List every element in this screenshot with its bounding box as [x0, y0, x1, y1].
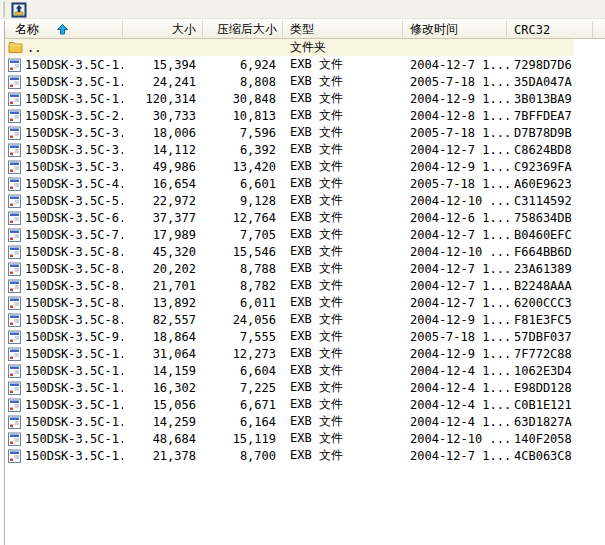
file-size: 31,064: [123, 347, 203, 361]
file-packed-size: 6,601: [203, 177, 283, 191]
file-packed-size: 9,128: [203, 194, 283, 208]
file-row[interactable]: 150DSK-3.5C-8... 45,320 15,546 EXB 文件 20…: [5, 243, 605, 260]
file-type: EXB 文件: [283, 73, 403, 90]
file-crc32: F664BB6D: [507, 245, 593, 259]
file-modified: 2005-7-18 1...: [403, 177, 507, 191]
file-row[interactable]: 150DSK-3.5C-1... 31,064 12,273 EXB 文件 20…: [5, 345, 605, 362]
toolbar-grip[interactable]: [2, 2, 5, 17]
file-size: 14,259: [123, 415, 203, 429]
file-crc32: 758634DB: [507, 211, 593, 225]
file-name: 150DSK-3.5C-3...: [25, 160, 123, 174]
exb-file-icon: [8, 177, 21, 191]
file-modified: 2004-12-4 1...: [403, 415, 507, 429]
file-row[interactable]: 150DSK-3.5C-1... 16,302 7,225 EXB 文件 200…: [5, 379, 605, 396]
column-header-name-label: 名称: [15, 21, 39, 38]
file-size: 18,864: [123, 330, 203, 344]
file-packed-size: 12,764: [203, 211, 283, 225]
file-row[interactable]: 150DSK-3.5C-1... 48,684 15,119 EXB 文件 20…: [5, 430, 605, 447]
file-type: EXB 文件: [283, 345, 403, 362]
file-modified: 2004-12-7 1...: [403, 143, 507, 157]
column-header-name[interactable]: 名称: [5, 21, 123, 38]
file-type: EXB 文件: [283, 124, 403, 141]
file-type: EXB 文件: [283, 413, 403, 430]
sort-ascending-icon: [57, 24, 68, 35]
file-name: 150DSK-3.5C-8...: [25, 262, 123, 276]
parent-folder-row[interactable]: .. 文件夹: [5, 39, 605, 56]
file-crc32: B0460EFC: [507, 228, 593, 242]
file-size: 22,972: [123, 194, 203, 208]
file-type: EXB 文件: [283, 192, 403, 209]
file-row[interactable]: 150DSK-3.5C-4... 16,654 6,601 EXB 文件 200…: [5, 175, 605, 192]
file-type: EXB 文件: [283, 328, 403, 345]
file-type: EXB 文件: [283, 311, 403, 328]
folder-icon: [8, 41, 23, 54]
file-name: 150DSK-3.5C-1...: [25, 398, 123, 412]
file-packed-size: 8,700: [203, 449, 283, 463]
exb-file-icon: [8, 347, 21, 361]
file-modified: 2004-12-10 ...: [403, 194, 507, 208]
file-row[interactable]: 150DSK-3.5C-1... 24,241 8,808 EXB 文件 200…: [5, 73, 605, 90]
exb-file-icon: [8, 194, 21, 208]
file-size: 82,557: [123, 313, 203, 327]
file-crc32: 23A61389: [507, 262, 593, 276]
file-row[interactable]: 150DSK-3.5C-1... 15,394 6,924 EXB 文件 200…: [5, 56, 605, 73]
file-type: EXB 文件: [283, 90, 403, 107]
file-row[interactable]: 150DSK-3.5C-7... 17,989 7,705 EXB 文件 200…: [5, 226, 605, 243]
file-packed-size: 8,788: [203, 262, 283, 276]
file-row[interactable]: 150DSK-3.5C-8... 20,202 8,788 EXB 文件 200…: [5, 260, 605, 277]
column-header-packed-size[interactable]: 压缩后大小: [203, 21, 283, 38]
file-type: EXB 文件: [283, 447, 403, 464]
file-row[interactable]: 150DSK-3.5C-5... 22,972 9,128 EXB 文件 200…: [5, 192, 605, 209]
column-header-modified-time[interactable]: 修改时间: [403, 21, 507, 38]
file-crc32: 57DBF037: [507, 330, 593, 344]
column-header-filler: [593, 21, 605, 38]
file-row[interactable]: 150DSK-3.5C-1... 14,159 6,604 EXB 文件 200…: [5, 362, 605, 379]
file-name: 150DSK-3.5C-1...: [25, 364, 123, 378]
file-row[interactable]: 150DSK-3.5C-1... 120,314 30,848 EXB 文件 2…: [5, 90, 605, 107]
exb-file-icon: [8, 160, 21, 174]
file-row[interactable]: 150DSK-3.5C-3... 49,986 13,420 EXB 文件 20…: [5, 158, 605, 175]
file-packed-size: 6,164: [203, 415, 283, 429]
column-header-type[interactable]: 类型: [283, 21, 403, 38]
exb-file-icon: [8, 126, 21, 140]
file-type: EXB 文件: [283, 175, 403, 192]
file-crc32: C8624BD8: [507, 143, 593, 157]
file-row[interactable]: 150DSK-3.5C-1... 21,378 8,700 EXB 文件 200…: [5, 447, 605, 464]
exb-file-icon: [8, 211, 21, 225]
file-crc32: 7BFFDEA7: [507, 109, 593, 123]
file-type: EXB 文件: [283, 158, 403, 175]
file-name: 150DSK-3.5C-1...: [25, 415, 123, 429]
column-header-size[interactable]: 大小: [123, 21, 203, 38]
file-crc32: C0B1E121: [507, 398, 593, 412]
file-size: 20,202: [123, 262, 203, 276]
file-row[interactable]: 150DSK-3.5C-1... 15,056 6,671 EXB 文件 200…: [5, 396, 605, 413]
file-crc32: E98DD128: [507, 381, 593, 395]
column-header-row: 名称 大小 压缩后大小 类型 修改时间 CRC32: [5, 21, 605, 39]
file-row[interactable]: 150DSK-3.5C-6... 37,377 12,764 EXB 文件 20…: [5, 209, 605, 226]
up-one-level-button[interactable]: [9, 1, 28, 18]
file-type: EXB 文件: [283, 226, 403, 243]
file-name: 150DSK-3.5C-1...: [25, 432, 123, 446]
file-row[interactable]: 150DSK-3.5C-3... 18,006 7,596 EXB 文件 200…: [5, 124, 605, 141]
file-modified: 2004-12-10 ...: [403, 432, 507, 446]
file-crc32: 4CB063C8: [507, 449, 593, 463]
file-row[interactable]: 150DSK-3.5C-1... 14,259 6,164 EXB 文件 200…: [5, 413, 605, 430]
file-modified: 2004-12-7 1...: [403, 279, 507, 293]
file-row[interactable]: 150DSK-3.5C-9... 18,864 7,555 EXB 文件 200…: [5, 328, 605, 345]
file-row[interactable]: 150DSK-3.5C-3... 14,112 6,392 EXB 文件 200…: [5, 141, 605, 158]
file-row[interactable]: 150DSK-3.5C-8... 13,892 6,011 EXB 文件 200…: [5, 294, 605, 311]
file-packed-size: 7,596: [203, 126, 283, 140]
file-row[interactable]: 150DSK-3.5C-2... 30,733 10,813 EXB 文件 20…: [5, 107, 605, 124]
file-type: EXB 文件: [283, 141, 403, 158]
column-header-crc32[interactable]: CRC32: [507, 21, 593, 38]
file-crc32: 3B013BA9: [507, 92, 593, 106]
file-crc32: C3114592: [507, 194, 593, 208]
file-crc32: A60E9623: [507, 177, 593, 191]
file-modified: 2004-12-4 1...: [403, 381, 507, 395]
file-row[interactable]: 150DSK-3.5C-8... 21,701 8,782 EXB 文件 200…: [5, 277, 605, 294]
file-row[interactable]: 150DSK-3.5C-8... 82,557 24,056 EXB 文件 20…: [5, 311, 605, 328]
exb-file-icon: [8, 75, 21, 89]
file-modified: 2004-12-9 1...: [403, 160, 507, 174]
exb-file-icon: [8, 296, 21, 310]
file-packed-size: 10,813: [203, 109, 283, 123]
